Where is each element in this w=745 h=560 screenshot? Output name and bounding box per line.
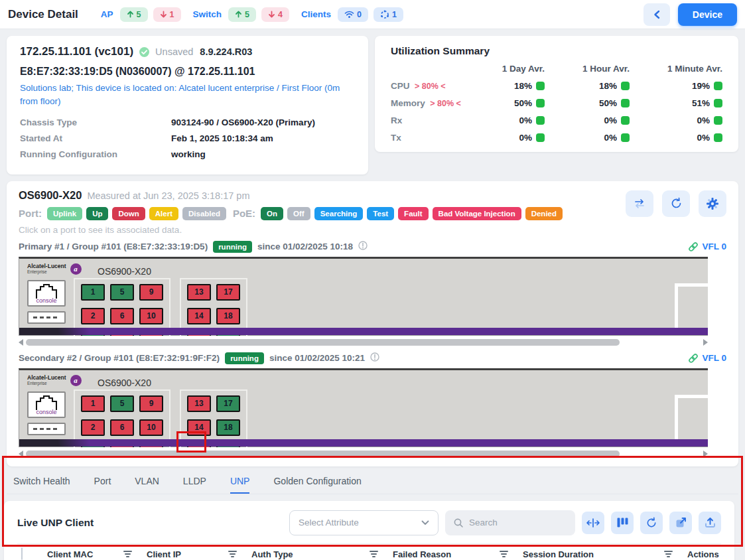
port-18[interactable]: 18 [216,419,240,436]
scroll-left-arrow[interactable] [19,339,23,346]
columns-button[interactable] [611,512,634,534]
port-6[interactable]: 6 [110,419,134,436]
switch-down-badge[interactable]: 4 [261,7,289,22]
port-13[interactable]: 13 [187,395,211,412]
brand-mark-icon: a [70,263,82,275]
columns-icon [617,518,628,527]
port-6[interactable]: 6 [110,308,134,324]
filter-icon[interactable] [500,551,508,557]
status-ok-icon [714,99,722,107]
device-location-link[interactable]: Solutions lab; This device is located on… [20,82,355,109]
port-14[interactable]: 14 [187,308,211,324]
tab-golden-configuration[interactable]: Golden Configuration [273,476,361,494]
util-col-header: 1 Day Avr. [466,64,545,74]
arrow-up-icon [127,11,134,18]
open-external-button[interactable] [669,512,692,534]
chevron-down-icon [421,520,429,525]
brand-name: Alcatel-Lucent [27,375,66,381]
filter-icon[interactable] [370,551,378,557]
scroll-right-arrow[interactable] [703,451,708,457]
clients-mesh-badge[interactable]: 1 [373,7,403,22]
column-label: Client MAC [47,549,93,559]
compare-button[interactable] [626,190,653,217]
util-value-text: 50% [599,98,617,108]
port-5[interactable]: 5 [110,284,134,301]
usb-port-icon [33,428,60,430]
port-2[interactable]: 2 [81,308,105,324]
select-attribute-placeholder: Select Attribute [299,518,359,527]
refresh-table-button[interactable] [640,512,663,534]
info-icon-wrap[interactable] [370,352,379,364]
refresh-button[interactable] [662,190,690,217]
port-5[interactable]: 5 [110,395,134,412]
ap-up-badge[interactable]: 5 [120,7,148,22]
tab-lldp[interactable]: LLDP [183,476,206,494]
switch-label: Switch [193,9,222,19]
switch-up-badge[interactable]: 5 [228,7,256,22]
tab-vlan[interactable]: VLAN [135,476,159,494]
console-port[interactable]: console [27,280,66,307]
link-icon [688,353,699,364]
legend-badge-down: Down [112,207,145,220]
filter-icon[interactable] [123,551,132,557]
scroll-right-arrow[interactable] [703,339,708,346]
vfl-link[interactable]: VFL 0 [688,242,726,252]
clients-wifi-badge[interactable]: 0 [338,7,368,22]
util-value-text: 19% [692,81,710,91]
tab-unp[interactable]: UNP [230,476,250,494]
brand-text: Alcatel-LucentEnterprise [27,375,66,386]
brand-mark-icon: a [70,375,82,386]
field-value: 903124-90 / OS6900-X20 (Primary) [171,117,315,127]
port-10[interactable]: 10 [139,308,163,324]
fit-width-button[interactable] [582,512,604,534]
tab-switch-health[interactable]: Switch Health [13,476,70,494]
check-badge-icon [139,46,150,58]
port-13[interactable]: 13 [187,284,211,301]
console-label: console [36,409,56,415]
field-value: working [171,149,206,159]
vfl-link[interactable]: VFL 0 [688,353,726,364]
port-17[interactable]: 17 [216,284,240,301]
column-header-actions: Actions [687,549,734,559]
port-14[interactable]: 14 [187,419,211,436]
console-port[interactable]: console [27,391,66,418]
scrollbar-track [26,451,701,457]
port-18[interactable]: 18 [216,308,240,324]
filter-icon[interactable] [664,551,673,557]
field-label: Running Configuration [20,149,171,159]
scrollbar-thumb[interactable] [26,339,620,346]
select-all-checkbox[interactable] [21,547,23,560]
metric-name: CPU [391,81,410,91]
port-9[interactable]: 9 [139,284,163,301]
scroll-left-arrow[interactable] [19,451,23,457]
util-value-text: 0% [519,133,532,143]
settings-button[interactable] [699,190,726,217]
refresh-icon [645,517,657,529]
tab-port[interactable]: Port [94,476,111,494]
legend-badge-disabled: Disabled [182,207,226,220]
device-button[interactable]: Device [678,3,737,26]
upload-button[interactable] [699,512,721,534]
select-attribute-dropdown[interactable]: Select Attribute [289,510,439,535]
port-2[interactable]: 2 [81,419,105,436]
column-label: Session Duration [523,549,594,559]
port-10[interactable]: 10 [139,419,163,436]
back-button[interactable] [643,3,670,26]
util-value-text: 0% [604,115,617,125]
filter-icon[interactable] [228,551,237,557]
port-9[interactable]: 9 [139,395,163,412]
utilization-title: Utilization Summary [391,45,722,57]
ap-label: AP [101,9,113,19]
port-17[interactable]: 17 [216,395,240,412]
header-checkbox-cell [17,548,47,560]
ap-down-badge[interactable]: 1 [153,7,181,22]
info-icon-wrap[interactable] [358,241,368,252]
scrollbar-thumb[interactable] [26,451,620,457]
port-1[interactable]: 1 [81,395,105,412]
status-ok-icon [621,99,630,107]
search-input[interactable]: Search [445,510,575,535]
port-1[interactable]: 1 [81,284,105,301]
expansion-slot [675,283,708,334]
horizontal-scrollbar [19,451,708,458]
metric-name: Memory [391,98,425,108]
